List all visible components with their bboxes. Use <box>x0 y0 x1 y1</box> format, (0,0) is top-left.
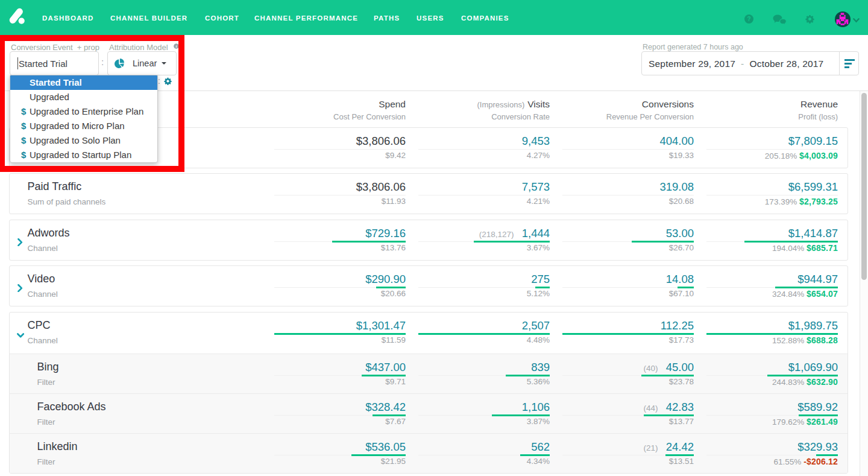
svg-text:?: ? <box>747 16 750 22</box>
